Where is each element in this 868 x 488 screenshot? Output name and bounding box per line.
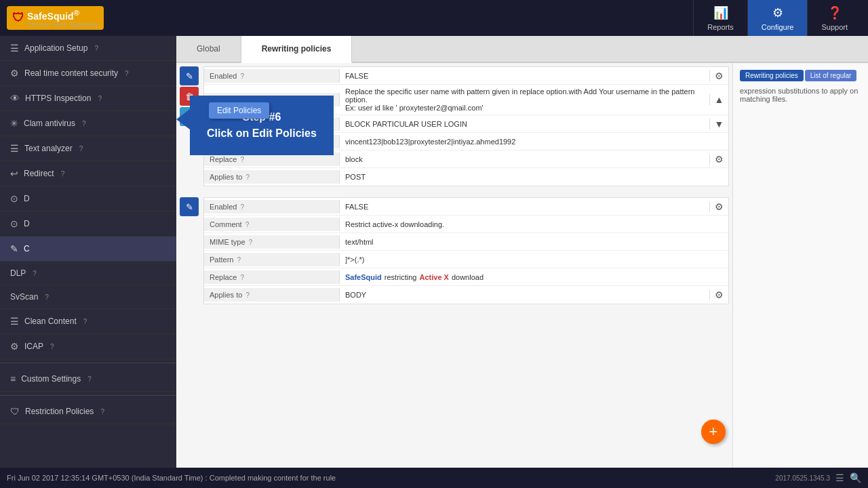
policy-2-applies-value: BODY — [340, 288, 709, 302]
applies-help-icon: ? — [245, 174, 250, 181]
sidebar-item-text[interactable]: ☰ Text analyzer ? — [0, 136, 176, 161]
sidebar-item-clam[interactable]: ✳ Clam antivirus ? — [0, 111, 176, 136]
sidebar-item-realtime[interactable]: ⚙ Real time content security ? — [0, 61, 176, 86]
right-panel-tab-list[interactable]: List of regular — [805, 70, 857, 81]
policy-2-applies-label: Applies to ? — [204, 288, 340, 302]
clam-help-icon: ? — [82, 120, 86, 127]
tooltip-arrow — [176, 109, 190, 129]
sidebar-item-d2[interactable]: ⊙ D — [0, 211, 176, 237]
text-icon: ☰ — [10, 143, 19, 154]
sidebar-item-clean[interactable]: ☰ Clean Content ? — [0, 309, 176, 334]
policy-2-comment-value: Restrict active-x downloading. — [340, 218, 728, 231]
policy-2-pattern-label: Pattern ? — [204, 253, 340, 266]
policy-1-applies-value: POST — [340, 170, 728, 184]
sidebar-item-c1[interactable]: ✎ C — [0, 237, 176, 262]
https-icon: 👁 — [10, 93, 20, 104]
safesquid-brand-text: SafeSquid — [345, 273, 382, 281]
sidebar-item-custom[interactable]: ≡ Custom Settings ? — [0, 367, 176, 392]
step-action: Click on Edit Policies — [207, 125, 317, 142]
sidebar-item-label: DLP — [10, 268, 26, 278]
sidebar-item-label: Application Setup — [24, 43, 87, 53]
restricting-text: restricting — [384, 273, 417, 281]
policy-2-applies-row: Applies to ? BODY ⚙ — [204, 286, 728, 304]
tabs: Global Rewriting policies — [176, 36, 868, 63]
comment2-help-icon: ? — [245, 221, 250, 228]
nav-support[interactable]: ❓ Support — [807, 0, 861, 36]
c1-icon: ✎ — [10, 243, 18, 254]
sidebar-item-dlp[interactable]: DLP ? — [0, 262, 176, 285]
edit-policy-2-button[interactable]: ✎ — [180, 197, 199, 216]
edit-policies-button[interactable]: Edit Policies — [209, 102, 269, 119]
https-help-icon: ? — [98, 95, 102, 102]
policy-2-mime-value: text/html — [340, 235, 728, 249]
right-panel-tab-rewriting[interactable]: Rewriting policies — [740, 70, 804, 81]
policy-1-pattern-value: vincent123|bob123|proxytester2|intiyaz.a… — [340, 135, 728, 148]
sidebar-item-label: Text analyzer — [24, 144, 73, 153]
policy-1-enabled-value: FALSE — [340, 69, 709, 83]
sidebar-item-app-setup[interactable]: ☰ Application Setup ? — [0, 36, 176, 61]
sidebar-separator-2 — [0, 395, 176, 396]
sidebar-item-icap[interactable]: ⚙ ICAP ? — [0, 334, 176, 359]
custom-help-icon: ? — [87, 375, 92, 383]
sidebar-item-label: ICAP — [24, 342, 43, 351]
sidebar-item-label: Redirect — [24, 169, 54, 178]
sidebar-item-d1[interactable]: ⊙ D — [0, 186, 176, 211]
edit-policy-1-button[interactable]: ✎ — [180, 66, 199, 85]
policy-2-replace-value: SafeSquid restricting Active X download — [340, 270, 728, 284]
policy-card-2: Enabled ? FALSE ⚙ Comment ? Restrict act… — [203, 197, 729, 304]
nav-configure[interactable]: ⚙ Configure — [747, 0, 808, 36]
configure-icon: ⚙ — [772, 5, 783, 20]
icap-icon: ⚙ — [10, 341, 19, 352]
right-panel-tabs: Rewriting policies List of regular — [740, 70, 861, 81]
policy-2-comment-label: Comment ? — [204, 218, 340, 231]
pattern2-help-icon: ? — [237, 256, 241, 264]
add-policy-button[interactable]: + — [701, 420, 726, 444]
enabled-help-icon: ? — [240, 73, 244, 80]
policy-1-dropdown-btn[interactable]: ▼ — [709, 119, 728, 129]
tab-rewriting[interactable]: Rewriting policies — [241, 36, 353, 63]
active-x-text: Active X — [419, 273, 448, 281]
policy-1-settings-btn[interactable]: ⚙ — [709, 70, 728, 81]
sidebar-item-label: Clam antivirus — [24, 119, 75, 128]
header-nav: 📊 Reports ⚙ Configure ❓ Support — [693, 0, 861, 36]
sidebar-item-label: C — [24, 244, 30, 253]
dlp-help-icon: ? — [33, 270, 37, 277]
sidebar-item-restriction[interactable]: 🛡 Restriction Policies ? — [0, 399, 176, 424]
sidebar-item-label: Restriction Policies — [25, 407, 94, 416]
sidebar-item-https[interactable]: 👁 HTTPS Inspection ? — [0, 86, 176, 111]
redirect-icon: ↩ — [10, 168, 18, 179]
status-bar-right: 2017.0525.1345.3 ☰ 🔍 — [775, 472, 861, 483]
policy-1-replace-settings-btn[interactable]: ⚙ — [709, 154, 728, 165]
replace2-help-icon: ? — [240, 274, 244, 281]
status-text: Fri Jun 02 2017 12:35:14 GMT+0530 (India… — [7, 474, 336, 482]
logo-tagline: Secure Web Gateway — [27, 21, 98, 28]
clam-icon: ✳ — [10, 118, 18, 129]
policy-2-mime-label: MIME type ? — [204, 235, 340, 249]
right-panel-description: expression substitutions to apply on mat… — [740, 87, 861, 103]
policy-1-scroll-btn[interactable]: ▲ — [709, 94, 728, 105]
svscan-help-icon: ? — [45, 293, 49, 301]
realtime-icon: ⚙ — [10, 68, 19, 79]
clean-help-icon: ? — [83, 318, 87, 325]
logo-text-group: SafeSquid® Secure Web Gateway — [27, 8, 98, 28]
policy-1-enabled-row: Enabled ? FALSE ⚙ — [204, 67, 728, 85]
sidebar-item-redirect[interactable]: ↩ Redirect ? — [0, 161, 176, 186]
applies2-help-icon: ? — [245, 291, 250, 299]
mime-help-icon: ? — [249, 239, 253, 246]
sidebar-item-label: D — [24, 219, 30, 228]
right-panel: Rewriting policies List of regular expre… — [732, 63, 868, 468]
sidebar-item-svscan[interactable]: SvScan ? — [0, 285, 176, 309]
policy-2-pattern-value: ]*>(.*) — [340, 253, 728, 266]
policy-2-settings-btn[interactable]: ⚙ — [709, 201, 728, 212]
policy-2-applies-settings-btn[interactable]: ⚙ — [709, 289, 728, 300]
search-icon[interactable]: 🔍 — [850, 472, 861, 483]
tab-global[interactable]: Global — [176, 36, 241, 62]
nav-reports-label: Reports — [707, 23, 734, 31]
nav-reports[interactable]: 📊 Reports — [693, 0, 747, 36]
list-icon[interactable]: ☰ — [835, 472, 844, 483]
policy-1-profiles-value: BLOCK PARTICULAR USER LOGIN — [340, 117, 709, 131]
policy-1-comment-value: Replace the specific user name with patt… — [340, 85, 709, 115]
logo-box: 🛡 SafeSquid® Secure Web Gateway — [7, 6, 104, 30]
support-icon: ❓ — [827, 5, 842, 20]
sidebar-item-label: SvScan — [10, 292, 38, 302]
